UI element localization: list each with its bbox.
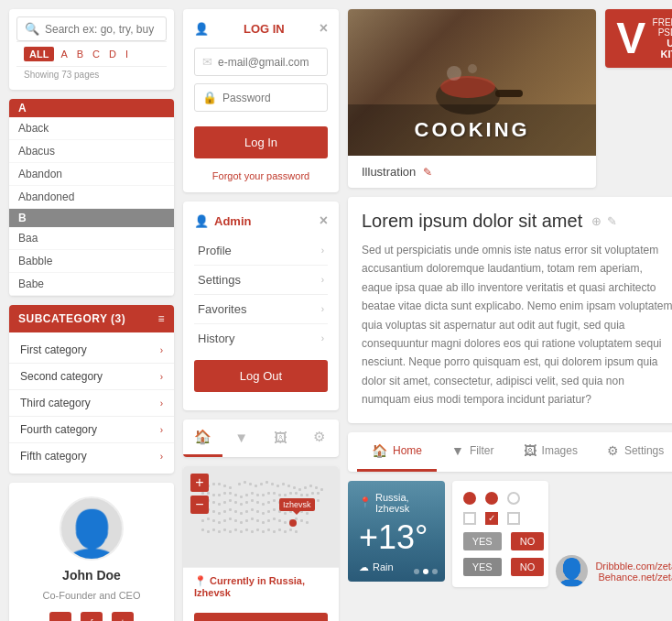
forgot-password-link[interactable]: Forgot your password [194, 170, 328, 181]
tab-filter[interactable]: ▼ Filter [437, 432, 509, 472]
cooking-overlay: COOKING [348, 104, 596, 156]
tab-home[interactable]: 🏠 Home [357, 432, 437, 472]
search-input[interactable] [45, 23, 158, 36]
edit-icon[interactable]: ✎ [423, 166, 432, 179]
svg-rect-112 [234, 528, 237, 531]
svg-rect-93 [240, 521, 243, 524]
search-card: 🔍 ALL A B C D I Showing 73 pages [9, 9, 174, 90]
svg-rect-101 [284, 521, 287, 524]
yes-button-1[interactable]: YES [463, 532, 502, 550]
checkbox-3[interactable] [507, 512, 520, 525]
share-icon[interactable]: ⊕ [591, 214, 602, 228]
subcat-fourth[interactable]: Fourth category › [9, 417, 174, 443]
alpha-a[interactable]: A [58, 47, 70, 61]
tab-home-small[interactable]: 🏠 [183, 419, 222, 457]
word-babe[interactable]: Babe [9, 273, 174, 296]
history-chevron-icon: › [321, 333, 324, 343]
weather-location: 📍 Russia, Izhevsk [359, 492, 434, 514]
tab-images-small[interactable]: 🖼 [261, 419, 300, 457]
tab-settings[interactable]: ⚙ Settings [592, 432, 672, 472]
alpha-d[interactable]: D [106, 47, 119, 61]
settings-chevron-icon: › [321, 275, 324, 285]
subcat-second-label: Second category [20, 370, 103, 383]
footer-avatar-icon: 👤 [556, 555, 588, 587]
user-icon: 👤 [194, 22, 209, 36]
word-aback[interactable]: Aback [9, 117, 174, 140]
svg-rect-30 [245, 494, 248, 496]
svg-point-127 [440, 76, 495, 98]
admin-settings-label: Settings [198, 273, 241, 287]
svg-rect-94 [245, 519, 248, 522]
checkbox-2[interactable]: ✓ [485, 512, 498, 525]
no-button-2[interactable]: NO [511, 558, 545, 576]
images-icon: 🖼 [524, 443, 537, 458]
radio-3[interactable] [507, 492, 520, 505]
svg-rect-16 [293, 486, 296, 489]
svg-rect-88 [212, 519, 215, 522]
word-abandoned[interactable]: Abandoned [9, 186, 174, 209]
login-card: 👤 LOG IN × ✉ 🔒 Log In Forgot your passwo… [183, 9, 339, 192]
tab-settings-small[interactable]: ⚙ [300, 419, 340, 457]
close-button[interactable]: × [320, 20, 328, 37]
vk-icon[interactable]: вк [49, 612, 71, 621]
svg-rect-122 [289, 528, 292, 531]
checkbox-row: ✓ [463, 512, 538, 525]
alpha-b[interactable]: B [74, 47, 86, 61]
word-babble[interactable]: Babble [9, 250, 174, 273]
yes-button-2[interactable]: YES [463, 558, 502, 576]
svg-rect-79 [273, 508, 276, 511]
alpha-c[interactable]: C [90, 47, 103, 61]
small-tab-nav: 🏠 ▼ 🖼 ⚙ [183, 419, 339, 457]
weather-dot-2 [423, 569, 428, 574]
svg-rect-37 [284, 494, 287, 496]
admin-settings-item[interactable]: Settings › [194, 266, 328, 295]
email-input[interactable] [218, 56, 320, 69]
admin-favorites-item[interactable]: Favorites › [194, 295, 328, 324]
login-button[interactable]: Log In [194, 126, 328, 158]
password-input[interactable] [222, 92, 320, 104]
map-zoom-in-button[interactable]: + [190, 474, 209, 492]
twitter-icon[interactable]: t [112, 612, 134, 621]
svg-rect-121 [284, 530, 287, 533]
svg-rect-98 [267, 519, 270, 522]
track-button[interactable]: Track me! [194, 613, 328, 621]
tab-images[interactable]: 🖼 Images [509, 432, 592, 472]
svg-rect-114 [245, 528, 248, 531]
alpha-all-button[interactable]: ALL [24, 47, 54, 61]
cloud-icon: ☁ [359, 561, 369, 573]
facebook-icon[interactable]: f [81, 612, 103, 621]
subcat-fifth[interactable]: Fifth category › [9, 443, 174, 469]
logout-button[interactable]: Log Out [194, 360, 328, 392]
cooking-card: COOKING Illustration ✎ [348, 9, 596, 188]
admin-history-item[interactable]: History › [194, 324, 328, 353]
svg-rect-118 [267, 528, 270, 531]
admin-header: 👤 Admin × [194, 212, 328, 229]
alpha-i[interactable]: I [123, 47, 131, 61]
word-abacus[interactable]: Abacus [9, 140, 174, 163]
no-button-1[interactable]: NO [511, 532, 545, 550]
admin-profile-item[interactable]: Profile › [194, 236, 328, 266]
subcat-second[interactable]: Second category › [9, 364, 174, 390]
behance-link[interactable]: Behance.net/zetaap [595, 572, 672, 583]
svg-rect-35 [273, 492, 276, 495]
dribbble-link[interactable]: Dribbble.com/zetaap [595, 561, 672, 572]
word-baa[interactable]: Baa [9, 227, 174, 250]
svg-rect-11 [266, 481, 268, 484]
word-abandon[interactable]: Abandon [9, 163, 174, 186]
radio-2[interactable] [485, 492, 498, 505]
yes-no-row-1: YES NO [463, 532, 538, 550]
radio-1[interactable] [463, 492, 476, 505]
svg-rect-117 [262, 530, 265, 533]
subcat-first[interactable]: First category › [9, 337, 174, 364]
map-zoom-out-button[interactable]: − [190, 496, 209, 514]
edit-article-icon[interactable]: ✎ [607, 214, 617, 228]
checkbox-1[interactable] [463, 512, 476, 525]
tab-filter-small[interactable]: ▼ [222, 419, 262, 457]
svg-rect-74 [245, 510, 248, 513]
subcat-fourth-label: Fourth category [20, 423, 97, 436]
svg-rect-55 [262, 503, 265, 506]
admin-close-button[interactable]: × [320, 212, 328, 229]
subcat-third[interactable]: Third category › [9, 390, 174, 417]
weather-card: 📍 Russia, Izhevsk +13° ☁ Rain [348, 481, 445, 582]
search-box[interactable]: 🔍 [16, 16, 167, 41]
